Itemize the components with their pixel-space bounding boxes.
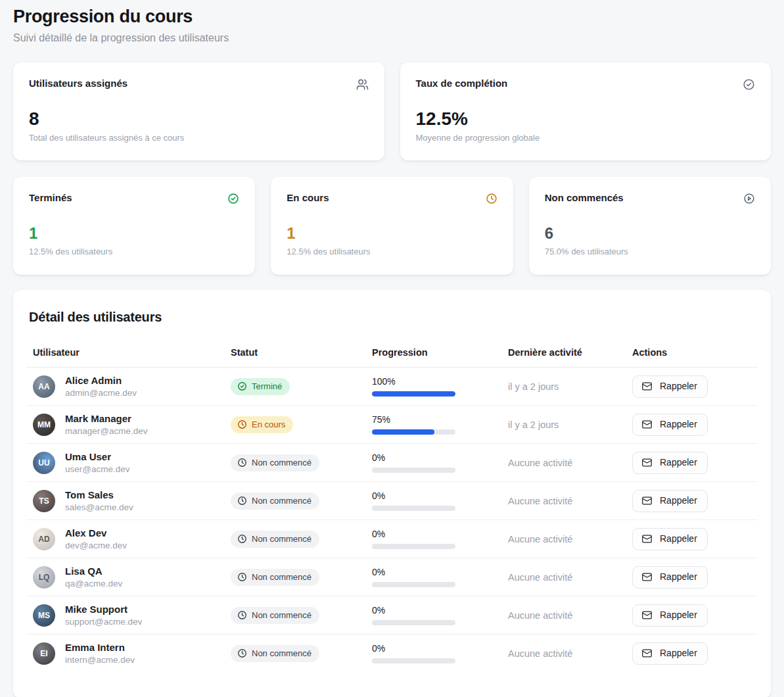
remind-button[interactable]: Rappeler <box>632 375 708 398</box>
mail-icon <box>641 571 653 583</box>
users-icon <box>356 78 369 91</box>
remind-button-label: Rappeler <box>660 457 697 468</box>
progress-bar <box>372 468 455 473</box>
status-badge: Non commencé <box>231 493 319 510</box>
not-started-description: 75.0% des utilisateurs <box>545 247 755 256</box>
progress-fill <box>372 391 455 397</box>
completion-rate-label: Taux de complétion <box>416 78 508 89</box>
status-label: Non commencé <box>252 648 311 658</box>
status-badge: Terminé <box>231 378 290 395</box>
remind-button[interactable]: Rappeler <box>632 528 708 550</box>
remind-button-label: Rappeler <box>660 495 697 506</box>
progress-label: 75% <box>372 414 495 425</box>
progress-bar <box>372 582 455 587</box>
user-name: Mike Support <box>65 604 142 615</box>
user-name: Mark Manager <box>65 413 148 424</box>
remind-button-label: Rappeler <box>660 610 697 620</box>
status-label: Terminé <box>252 381 282 391</box>
remind-button[interactable]: Rappeler <box>632 642 708 665</box>
remind-button[interactable]: Rappeler <box>632 604 708 627</box>
remind-button[interactable]: Rappeler <box>632 414 708 436</box>
remind-button-label: Rappeler <box>660 533 697 544</box>
clock-icon <box>237 572 247 582</box>
table-row: ADAlex Devdev@acme.devNon commencé0%Aucu… <box>26 520 758 558</box>
status-label: Non commencé <box>252 572 311 582</box>
progress-label: 0% <box>372 605 495 615</box>
table-row: TSTom Salessales@acme.devNon commencé0%A… <box>26 482 758 520</box>
status-badge: En cours <box>231 416 293 433</box>
last-activity: il y a 2 jours <box>508 381 559 392</box>
table-title: Détail des utilisateurs <box>29 310 758 325</box>
last-activity: Aucune activité <box>508 648 572 659</box>
table-header-row: Utilisateur Statut Progression Dernière … <box>26 341 758 368</box>
in-progress-label: En cours <box>287 192 329 203</box>
play-circle-icon <box>743 193 755 204</box>
progress-fill <box>372 429 434 435</box>
remind-button-label: Rappeler <box>660 571 697 582</box>
user-avatar: TS <box>33 490 55 512</box>
user-email: qa@acme.dev <box>65 579 122 589</box>
user-avatar: UU <box>33 452 55 474</box>
user-name: Uma User <box>65 451 130 462</box>
user-email: dev@acme.dev <box>65 541 127 550</box>
remind-button-label: Rappeler <box>660 648 697 658</box>
status-label: Non commencé <box>252 458 311 468</box>
not-started-card: Non commencés 6 75.0% des utilisateurs <box>529 177 771 275</box>
user-name: Alex Dev <box>65 527 127 539</box>
mail-icon <box>641 457 653 468</box>
assigned-users-value: 8 <box>29 108 369 130</box>
user-email: admin@acme.dev <box>65 388 137 398</box>
assigned-users-card: Utilisateurs assignés 8 Total des utilis… <box>13 62 384 160</box>
status-label: Non commencé <box>252 610 311 620</box>
column-header-status: Statut <box>224 341 365 368</box>
user-avatar: EI <box>33 642 55 665</box>
table-row: AAAlice Adminadmin@acme.devTerminé100%il… <box>26 368 758 406</box>
progress-bar <box>372 391 455 397</box>
status-label: Non commencé <box>252 496 311 506</box>
user-avatar: LQ <box>33 566 55 589</box>
remind-button[interactable]: Rappeler <box>632 566 708 589</box>
clock-icon <box>237 534 247 544</box>
completed-label: Terminés <box>29 192 72 203</box>
status-badge: Non commencé <box>231 645 319 662</box>
user-table-body: AAAlice Adminadmin@acme.devTerminé100%il… <box>26 368 758 673</box>
remind-button[interactable]: Rappeler <box>632 452 708 474</box>
mail-icon <box>641 381 653 392</box>
remind-button[interactable]: Rappeler <box>632 490 708 512</box>
status-badge: Non commencé <box>231 531 319 548</box>
course-progress-page: Progression du cours Suivi détaillé de l… <box>0 0 784 697</box>
clock-icon <box>237 458 247 468</box>
in-progress-value: 1 <box>287 224 497 243</box>
check-circle-icon <box>237 381 247 391</box>
progress-label: 0% <box>372 452 495 463</box>
progress-label: 0% <box>372 643 495 654</box>
user-name: Emma Intern <box>65 642 135 653</box>
progress-label: 0% <box>372 491 495 501</box>
stats-grid: Utilisateurs assignés 8 Total des utilis… <box>13 62 771 160</box>
page-subtitle: Suivi détaillé de la progression des uti… <box>13 32 771 44</box>
table-row: EIEmma Internintern@acme.devNon commencé… <box>26 635 758 673</box>
clock-icon <box>237 496 247 506</box>
last-activity: Aucune activité <box>508 610 572 621</box>
user-avatar: MM <box>33 414 55 436</box>
progress-label: 0% <box>372 567 495 577</box>
check-circle-icon <box>227 193 239 204</box>
column-header-actions: Actions <box>626 341 758 368</box>
column-header-user: Utilisateur <box>26 341 224 368</box>
user-name: Lisa QA <box>65 565 122 577</box>
table-row: MMMark Managermanager@acme.devEn cours75… <box>26 406 758 444</box>
progress-bar <box>372 658 455 663</box>
clock-icon <box>237 420 247 429</box>
completed-value: 1 <box>29 224 239 243</box>
user-avatar: AA <box>33 375 55 398</box>
assigned-users-label: Utilisateurs assignés <box>29 78 127 89</box>
user-email: support@acme.dev <box>65 617 142 627</box>
column-header-activity: Dernière activité <box>501 341 626 368</box>
clock-icon <box>237 610 247 620</box>
page-title: Progression du cours <box>13 7 771 27</box>
last-activity: Aucune activité <box>508 572 572 583</box>
status-label: Non commencé <box>252 534 311 544</box>
column-header-progress: Progression <box>365 341 501 368</box>
user-avatar: MS <box>33 604 55 627</box>
status-badge: Non commencé <box>231 454 319 471</box>
